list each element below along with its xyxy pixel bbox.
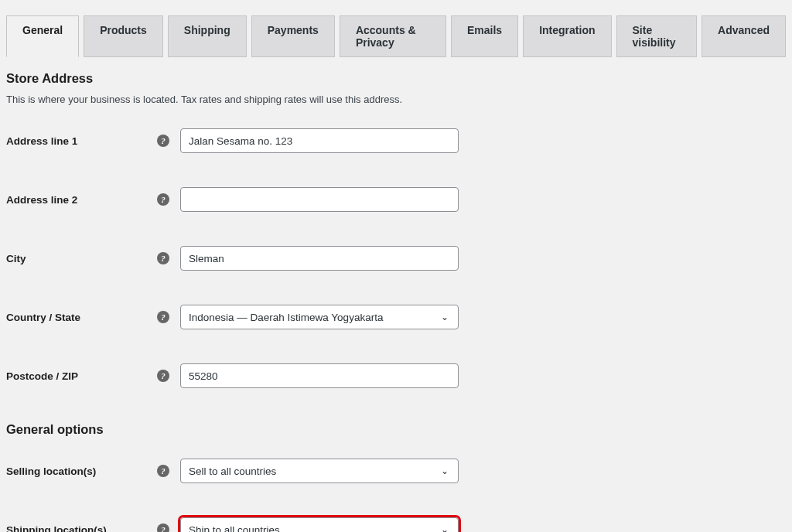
label-city: City	[6, 253, 157, 264]
label-address1: Address line 1	[6, 135, 157, 147]
help-icon[interactable]: ?	[157, 465, 169, 477]
country-select-value: Indonesia — Daerah Istimewa Yogyakarta	[189, 312, 383, 323]
chevron-down-icon: ⌄	[441, 524, 449, 532]
tab-advanced[interactable]: Advanced	[702, 15, 786, 57]
tab-general[interactable]: General	[6, 15, 79, 57]
label-shipping-location: Shipping location(s)	[6, 524, 157, 533]
row-city: City ?	[6, 246, 786, 271]
chevron-down-icon: ⌄	[441, 312, 449, 322]
row-postcode: Postcode / ZIP ?	[6, 363, 786, 388]
address2-input[interactable]	[180, 187, 459, 212]
tab-integration[interactable]: Integration	[523, 15, 611, 57]
label-country: Country / State	[6, 312, 157, 323]
tab-payments[interactable]: Payments	[251, 15, 335, 57]
tab-emails[interactable]: Emails	[451, 15, 518, 57]
country-select[interactable]: Indonesia — Daerah Istimewa Yogyakarta ⌄	[180, 305, 459, 329]
store-address-desc: This is where your business is located. …	[6, 94, 786, 105]
city-input[interactable]	[180, 246, 459, 271]
help-icon[interactable]: ?	[157, 370, 169, 382]
address2-field[interactable]	[189, 188, 450, 211]
help-icon[interactable]: ?	[157, 311, 169, 323]
selling-location-value: Sell to all countries	[189, 466, 276, 477]
help-icon[interactable]: ?	[157, 135, 169, 147]
row-address1: Address line 1 ?	[6, 128, 786, 153]
help-icon[interactable]: ?	[157, 523, 169, 532]
tab-products[interactable]: Products	[84, 15, 163, 57]
tab-site-visibility[interactable]: Site visibility	[616, 15, 698, 57]
tab-accounts-privacy[interactable]: Accounts & Privacy	[340, 15, 446, 57]
postcode-input[interactable]	[180, 363, 459, 388]
address1-input[interactable]	[180, 128, 459, 153]
selling-location-select[interactable]: Sell to all countries ⌄	[180, 459, 459, 483]
row-selling-location: Selling location(s) ? Sell to all countr…	[6, 459, 786, 483]
label-postcode: Postcode / ZIP	[6, 370, 157, 382]
settings-tabs: General Products Shipping Payments Accou…	[6, 15, 786, 57]
label-address2: Address line 2	[6, 194, 157, 206]
row-address2: Address line 2 ?	[6, 187, 786, 212]
general-options-title: General options	[6, 422, 786, 437]
help-icon[interactable]: ?	[157, 252, 169, 264]
shipping-location-select[interactable]: Ship to all countries ⌄	[180, 517, 459, 532]
row-country: Country / State ? Indonesia — Daerah Ist…	[6, 305, 786, 329]
shipping-location-value: Ship to all countries	[189, 524, 280, 533]
city-field[interactable]	[189, 247, 450, 270]
row-shipping-location: Shipping location(s) ? Ship to all count…	[6, 517, 786, 532]
label-selling-location: Selling location(s)	[6, 466, 157, 477]
address1-field[interactable]	[189, 129, 450, 152]
chevron-down-icon: ⌄	[441, 466, 449, 476]
store-address-title: Store Address	[6, 71, 786, 86]
tab-shipping[interactable]: Shipping	[168, 15, 247, 57]
postcode-field[interactable]	[189, 364, 450, 387]
help-icon[interactable]: ?	[157, 193, 169, 206]
